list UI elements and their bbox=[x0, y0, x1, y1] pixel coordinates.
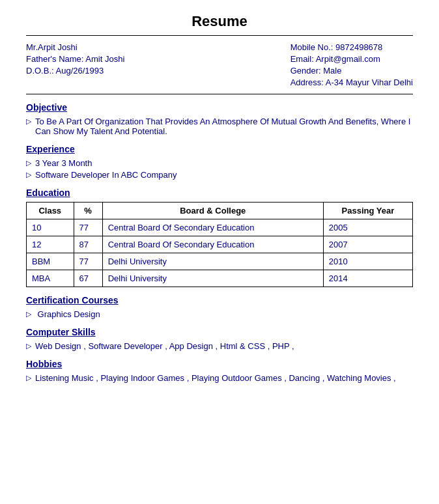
edu-year: 2010 bbox=[323, 253, 412, 270]
top-divider bbox=[26, 35, 413, 36]
edu-board: Central Board Of Secondary Education bbox=[102, 219, 323, 236]
experience-title: Experience bbox=[26, 144, 413, 154]
education-row: MBA67Delhi University2014 bbox=[27, 270, 413, 287]
experience-bullet: ▷Software Developer In ABC Company bbox=[26, 170, 413, 180]
objective-title: Objective bbox=[26, 102, 413, 113]
edu-year: 2007 bbox=[323, 236, 412, 253]
computer-skills-content: Web Design , Software Developer , App De… bbox=[35, 341, 294, 351]
edu-percent: 87 bbox=[74, 236, 102, 253]
bullet-icon: ▷ bbox=[26, 374, 31, 382]
edu-board: Delhi University bbox=[102, 270, 323, 287]
edu-percent: 77 bbox=[74, 253, 102, 270]
mobile: Mobile No.: 9872498678 bbox=[290, 42, 413, 52]
objective-item: ▷ To Be A Part Of Organization That Prov… bbox=[26, 117, 413, 136]
edu-column-header: Passing Year bbox=[323, 203, 412, 219]
education-row: 1077Central Board Of Secondary Education… bbox=[27, 219, 413, 236]
bullet-icon: ▷ bbox=[26, 310, 31, 318]
edu-percent: 67 bbox=[74, 270, 102, 287]
edu-board: Delhi University bbox=[102, 253, 323, 270]
email: Email: Arpit@gmail.com bbox=[290, 54, 413, 64]
edu-class: BBM bbox=[27, 253, 74, 270]
edu-column-header: Board & College bbox=[102, 203, 323, 219]
candidate-name: Mr.Arpit Joshi bbox=[26, 42, 124, 52]
education-table-body: 1077Central Board Of Secondary Education… bbox=[27, 219, 413, 287]
certification-title: Certification Courses bbox=[26, 295, 413, 305]
education-row: 1287Central Board Of Secondary Education… bbox=[27, 236, 413, 253]
hobbies-content: Listening Music , Playing Indoor Games ,… bbox=[35, 373, 396, 383]
father-name: Father's Name: Amit Joshi bbox=[26, 54, 124, 64]
education-table: Class%Board & CollegePassing Year 1077Ce… bbox=[26, 202, 413, 287]
experience-bullet: ▷3 Year 3 Month bbox=[26, 158, 413, 168]
objective-content: To Be A Part Of Organization That Provid… bbox=[35, 117, 413, 136]
hobbies-item: ▷ Listening Music , Playing Indoor Games… bbox=[26, 373, 413, 383]
experience-list: ▷3 Year 3 Month▷Software Developer In AB… bbox=[26, 158, 413, 180]
edu-board: Central Board Of Secondary Education bbox=[102, 236, 323, 253]
header-left: Mr.Arpit Joshi Father's Name: Amit Joshi… bbox=[26, 42, 124, 87]
address: Address: A-34 Mayur Vihar Delhi bbox=[290, 77, 413, 87]
edu-class: 12 bbox=[27, 236, 74, 253]
education-table-header: Class%Board & CollegePassing Year bbox=[27, 203, 413, 219]
gender: Gender: Male bbox=[290, 66, 413, 76]
experience-text: Software Developer In ABC Company bbox=[35, 170, 177, 180]
header-divider bbox=[26, 94, 413, 94]
certification-list: ▷ Graphics Design bbox=[26, 309, 413, 319]
header-section: Mr.Arpit Joshi Father's Name: Amit Joshi… bbox=[26, 42, 413, 87]
page-title: Resume bbox=[26, 13, 413, 30]
education-title: Education bbox=[26, 188, 413, 198]
computer-skills-title: Computer Skills bbox=[26, 327, 413, 337]
edu-year: 2014 bbox=[323, 270, 412, 287]
edu-year: 2005 bbox=[323, 219, 412, 236]
edu-class: 10 bbox=[27, 219, 74, 236]
bullet-icon: ▷ bbox=[26, 342, 31, 350]
header-right: Mobile No.: 9872498678 Email: Arpit@gmai… bbox=[290, 42, 413, 87]
dob: D.O.B.: Aug/26/1993 bbox=[26, 66, 124, 76]
edu-column-header: Class bbox=[27, 203, 74, 219]
certification-bullet: ▷ Graphics Design bbox=[26, 309, 413, 319]
education-row: BBM77Delhi University2010 bbox=[27, 253, 413, 270]
hobbies-title: Hobbies bbox=[26, 359, 413, 369]
certification-text: Graphics Design bbox=[35, 309, 100, 319]
bullet-icon: ▷ bbox=[26, 117, 31, 126]
edu-class: MBA bbox=[27, 270, 74, 287]
bullet-icon: ▷ bbox=[26, 159, 31, 167]
bullet-icon: ▷ bbox=[26, 171, 31, 179]
edu-column-header: % bbox=[74, 203, 102, 219]
edu-percent: 77 bbox=[74, 219, 102, 236]
computer-skills-item: ▷ Web Design , Software Developer , App … bbox=[26, 341, 413, 351]
experience-text: 3 Year 3 Month bbox=[35, 158, 92, 168]
